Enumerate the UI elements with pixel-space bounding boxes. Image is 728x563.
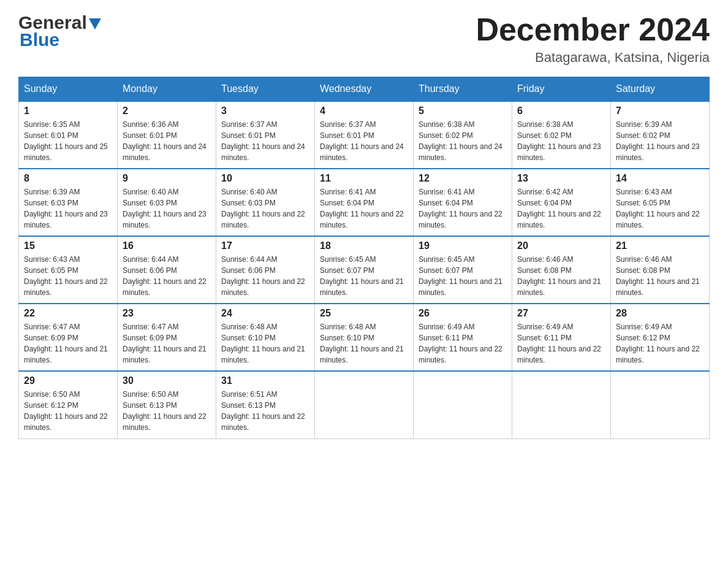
day-cell: 27 Sunrise: 6:49 AMSunset: 6:11 PMDaylig… [512, 304, 611, 371]
day-number: 1 [24, 105, 112, 117]
day-info: Sunrise: 6:43 AMSunset: 6:05 PMDaylight:… [616, 188, 700, 229]
day-number: 4 [320, 105, 408, 117]
day-number: 26 [419, 308, 507, 319]
day-number: 30 [123, 375, 211, 386]
day-number: 14 [616, 173, 704, 184]
day-info: Sunrise: 6:48 AMSunset: 6:10 PMDaylight:… [320, 323, 404, 364]
day-cell: 13 Sunrise: 6:42 AMSunset: 6:04 PMDaylig… [512, 169, 611, 236]
header-tuesday: Tuesday [216, 77, 315, 102]
day-cell: 31 Sunrise: 6:51 AMSunset: 6:13 PMDaylig… [216, 371, 315, 439]
day-number: 12 [419, 173, 507, 184]
header-monday: Monday [118, 77, 216, 102]
day-cell: 16 Sunrise: 6:44 AMSunset: 6:06 PMDaylig… [118, 236, 216, 304]
day-cell: 17 Sunrise: 6:44 AMSunset: 6:06 PMDaylig… [216, 236, 315, 304]
day-info: Sunrise: 6:50 AMSunset: 6:13 PMDaylight:… [123, 390, 207, 432]
day-cell: 7 Sunrise: 6:39 AMSunset: 6:02 PMDayligh… [611, 101, 710, 169]
day-cell: 23 Sunrise: 6:47 AMSunset: 6:09 PMDaylig… [118, 304, 216, 371]
day-number: 18 [320, 240, 408, 251]
day-cell: 30 Sunrise: 6:50 AMSunset: 6:13 PMDaylig… [118, 371, 216, 439]
day-cell: 4 Sunrise: 6:37 AMSunset: 6:01 PMDayligh… [315, 101, 414, 169]
day-number: 2 [123, 105, 211, 117]
day-number: 10 [221, 173, 309, 184]
day-cell: 14 Sunrise: 6:43 AMSunset: 6:05 PMDaylig… [611, 169, 710, 236]
day-info: Sunrise: 6:48 AMSunset: 6:10 PMDaylight:… [221, 323, 305, 364]
day-number: 16 [123, 240, 211, 251]
day-cell: 10 Sunrise: 6:40 AMSunset: 6:03 PMDaylig… [216, 169, 315, 236]
day-cell [315, 371, 414, 439]
day-info: Sunrise: 6:49 AMSunset: 6:11 PMDaylight:… [419, 323, 502, 364]
day-info: Sunrise: 6:39 AMSunset: 6:02 PMDaylight:… [616, 120, 700, 162]
day-cell: 9 Sunrise: 6:40 AMSunset: 6:03 PMDayligh… [118, 169, 216, 236]
logo-triangle-icon [89, 18, 101, 29]
day-info: Sunrise: 6:36 AMSunset: 6:01 PMDaylight:… [123, 120, 207, 162]
day-info: Sunrise: 6:49 AMSunset: 6:11 PMDaylight:… [517, 323, 601, 364]
day-number: 13 [517, 173, 605, 184]
day-info: Sunrise: 6:44 AMSunset: 6:06 PMDaylight:… [123, 255, 207, 297]
day-info: Sunrise: 6:37 AMSunset: 6:01 PMDaylight:… [221, 120, 305, 162]
header-saturday: Saturday [611, 77, 710, 102]
page-header: General Blue December 2024 Batagarawa, K… [18, 12, 710, 66]
day-cell: 12 Sunrise: 6:41 AMSunset: 6:04 PMDaylig… [414, 169, 512, 236]
week-row-4: 22 Sunrise: 6:47 AMSunset: 6:09 PMDaylig… [19, 304, 710, 371]
day-info: Sunrise: 6:49 AMSunset: 6:12 PMDaylight:… [616, 323, 700, 364]
day-info: Sunrise: 6:46 AMSunset: 6:08 PMDaylight:… [616, 255, 700, 297]
day-cell: 25 Sunrise: 6:48 AMSunset: 6:10 PMDaylig… [315, 304, 414, 371]
day-cell: 22 Sunrise: 6:47 AMSunset: 6:09 PMDaylig… [19, 304, 118, 371]
day-info: Sunrise: 6:40 AMSunset: 6:03 PMDaylight:… [123, 188, 207, 229]
day-number: 9 [123, 173, 211, 184]
header-friday: Friday [512, 77, 611, 102]
day-cell: 2 Sunrise: 6:36 AMSunset: 6:01 PMDayligh… [118, 101, 216, 169]
day-number: 29 [24, 375, 112, 386]
day-number: 22 [24, 308, 112, 319]
day-info: Sunrise: 6:42 AMSunset: 6:04 PMDaylight:… [517, 188, 601, 229]
day-info: Sunrise: 6:43 AMSunset: 6:05 PMDaylight:… [24, 255, 108, 297]
week-row-2: 8 Sunrise: 6:39 AMSunset: 6:03 PMDayligh… [19, 169, 710, 236]
day-number: 15 [24, 240, 112, 251]
day-number: 11 [320, 173, 408, 184]
day-cell: 3 Sunrise: 6:37 AMSunset: 6:01 PMDayligh… [216, 101, 315, 169]
day-cell: 26 Sunrise: 6:49 AMSunset: 6:11 PMDaylig… [414, 304, 512, 371]
day-info: Sunrise: 6:51 AMSunset: 6:13 PMDaylight:… [221, 390, 305, 432]
day-cell: 19 Sunrise: 6:45 AMSunset: 6:07 PMDaylig… [414, 236, 512, 304]
day-cell: 24 Sunrise: 6:48 AMSunset: 6:10 PMDaylig… [216, 304, 315, 371]
week-row-5: 29 Sunrise: 6:50 AMSunset: 6:12 PMDaylig… [19, 371, 710, 439]
day-cell [414, 371, 512, 439]
day-cell [512, 371, 611, 439]
day-info: Sunrise: 6:39 AMSunset: 6:03 PMDaylight:… [24, 188, 108, 229]
day-info: Sunrise: 6:50 AMSunset: 6:12 PMDaylight:… [24, 390, 108, 432]
day-number: 17 [221, 240, 309, 251]
month-year-title: December 2024 [476, 12, 710, 47]
day-number: 5 [419, 105, 507, 117]
day-cell [611, 371, 710, 439]
day-number: 24 [221, 308, 309, 319]
day-info: Sunrise: 6:37 AMSunset: 6:01 PMDaylight:… [320, 120, 404, 162]
location-subtitle: Batagarawa, Katsina, Nigeria [476, 50, 710, 66]
day-number: 7 [616, 105, 704, 117]
day-number: 20 [517, 240, 605, 251]
day-info: Sunrise: 6:45 AMSunset: 6:07 PMDaylight:… [320, 255, 404, 297]
day-number: 23 [123, 308, 211, 319]
day-info: Sunrise: 6:45 AMSunset: 6:07 PMDaylight:… [419, 255, 502, 297]
calendar-table: Sunday Monday Tuesday Wednesday Thursday… [18, 77, 710, 439]
header-wednesday: Wednesday [315, 77, 414, 102]
day-info: Sunrise: 6:41 AMSunset: 6:04 PMDaylight:… [320, 188, 404, 229]
day-info: Sunrise: 6:40 AMSunset: 6:03 PMDaylight:… [221, 188, 305, 229]
day-info: Sunrise: 6:44 AMSunset: 6:06 PMDaylight:… [221, 255, 305, 297]
day-cell: 1 Sunrise: 6:35 AMSunset: 6:01 PMDayligh… [19, 101, 118, 169]
day-number: 3 [221, 105, 309, 117]
logo: General Blue [18, 12, 101, 50]
week-row-3: 15 Sunrise: 6:43 AMSunset: 6:05 PMDaylig… [19, 236, 710, 304]
day-number: 19 [419, 240, 507, 251]
week-row-1: 1 Sunrise: 6:35 AMSunset: 6:01 PMDayligh… [19, 101, 710, 169]
day-number: 8 [24, 173, 112, 184]
day-number: 27 [517, 308, 605, 319]
title-area: December 2024 Batagarawa, Katsina, Niger… [476, 12, 710, 66]
day-cell: 8 Sunrise: 6:39 AMSunset: 6:03 PMDayligh… [19, 169, 118, 236]
header-sunday: Sunday [19, 77, 118, 102]
header-thursday: Thursday [414, 77, 512, 102]
day-info: Sunrise: 6:38 AMSunset: 6:02 PMDaylight:… [419, 120, 502, 162]
day-info: Sunrise: 6:47 AMSunset: 6:09 PMDaylight:… [123, 323, 207, 364]
day-info: Sunrise: 6:35 AMSunset: 6:01 PMDaylight:… [24, 120, 108, 162]
day-info: Sunrise: 6:46 AMSunset: 6:08 PMDaylight:… [517, 255, 601, 297]
day-number: 6 [517, 105, 605, 117]
